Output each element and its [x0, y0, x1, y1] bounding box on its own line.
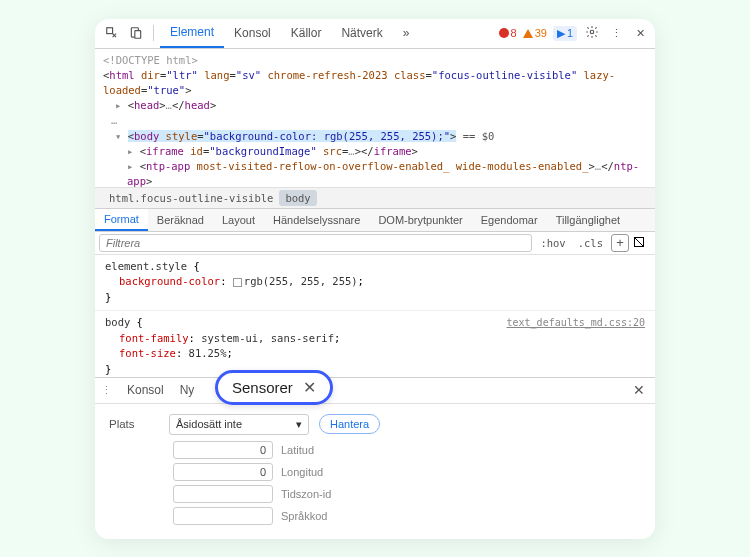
- locale-input[interactable]: [173, 507, 273, 525]
- doctype: <!DOCTYPE html>: [103, 53, 647, 68]
- crumb-html[interactable]: html.focus-outline-visible: [103, 190, 279, 206]
- error-count: 8: [511, 27, 517, 39]
- locale-label: Språkkod: [281, 510, 327, 522]
- warning-badge[interactable]: 39: [523, 27, 547, 39]
- location-label: Plats: [109, 418, 159, 430]
- warning-count: 39: [535, 27, 547, 39]
- info-count: 1: [567, 27, 573, 39]
- info-badge[interactable]: ▶ 1: [553, 26, 577, 41]
- sensors-panel: Plats Åsidosätt inte ▾ Hantera Latitud L…: [95, 404, 655, 539]
- timezone-label: Tidszon-id: [281, 488, 331, 500]
- sensors-callout: Sensorer ✕: [215, 370, 333, 405]
- html-node[interactable]: <html dir="ltr" lang="sv" chrome-refresh…: [103, 68, 647, 98]
- tab-network[interactable]: Nätverk: [331, 19, 392, 48]
- svg-rect-0: [107, 28, 113, 34]
- drawer-tabs: ⋮ Konsol Ny Sensorer ✕ ✕: [95, 378, 655, 404]
- device-toggle-icon[interactable]: [125, 22, 147, 44]
- filter-input[interactable]: [99, 234, 532, 252]
- subtab-a11y[interactable]: Tillgänglighet: [547, 209, 629, 231]
- svg-point-3: [590, 30, 594, 34]
- cls-toggle[interactable]: .cls: [574, 236, 607, 250]
- close-devtools-icon[interactable]: ✕: [631, 27, 649, 40]
- crumb-body[interactable]: body: [279, 190, 316, 206]
- tab-elements[interactable]: Element: [160, 19, 224, 48]
- longitude-input[interactable]: [173, 463, 273, 481]
- subtab-listeners[interactable]: Händelselyssnare: [264, 209, 369, 231]
- rule-body-defaults[interactable]: text_defaults_md.css:20 body { font-fami…: [95, 311, 655, 377]
- callout-close-icon[interactable]: ✕: [303, 378, 316, 397]
- tab-console[interactable]: Konsol: [224, 19, 281, 48]
- timezone-input[interactable]: [173, 485, 273, 503]
- subtab-properties[interactable]: Egendomar: [472, 209, 547, 231]
- callout-label: Sensorer: [232, 379, 293, 396]
- drawer-tab-new[interactable]: Ny: [172, 383, 203, 397]
- subtab-layout[interactable]: Layout: [213, 209, 264, 231]
- tab-sources[interactable]: Källor: [281, 19, 332, 48]
- drawer-tab-console[interactable]: Konsol: [119, 383, 172, 397]
- drawer-handle-icon[interactable]: ⋮: [101, 384, 113, 397]
- latitude-input[interactable]: [173, 441, 273, 459]
- src-link-text-defaults[interactable]: text_defaults_md.css:20: [507, 317, 645, 328]
- styles-pane: element.style { background-color: rgb(25…: [95, 255, 655, 377]
- chevron-down-icon: ▾: [296, 418, 302, 431]
- toolbar-right: 8 39 ▶ 1 ⋮ ✕: [499, 25, 650, 41]
- hov-toggle[interactable]: :hov: [536, 236, 569, 250]
- contrast-icon[interactable]: [633, 236, 651, 250]
- manage-button[interactable]: Hantera: [319, 414, 380, 434]
- new-style-button[interactable]: +: [611, 234, 629, 252]
- latitude-label: Latitud: [281, 444, 314, 456]
- styles-filter-row: :hov .cls +: [95, 232, 655, 255]
- subtab-dombreak[interactable]: DOM-brytpunkter: [369, 209, 471, 231]
- drawer-close-icon[interactable]: ✕: [629, 382, 649, 398]
- location-select[interactable]: Åsidosätt inte ▾: [169, 414, 309, 435]
- main-toolbar: Element Konsol Källor Nätverk » 8 39 ▶ 1…: [95, 19, 655, 49]
- rule-element-style[interactable]: element.style { background-color: rgb(25…: [95, 255, 655, 311]
- svg-rect-2: [135, 31, 141, 39]
- breadcrumb: html.focus-outline-visible body: [95, 187, 655, 208]
- drawer: ⋮ Konsol Ny Sensorer ✕ ✕ Plats Åsidosätt…: [95, 377, 655, 539]
- inspect-icon[interactable]: [101, 22, 123, 44]
- body-node[interactable]: <body style="background-color: rgb(255, …: [103, 129, 647, 144]
- iframe-node[interactable]: <iframe id="backgroundImage" src=…></ifr…: [103, 144, 647, 159]
- devtools-window: Element Konsol Källor Nätverk » 8 39 ▶ 1…: [95, 19, 655, 539]
- head-node[interactable]: <head>…</head>: [103, 98, 647, 113]
- error-badge[interactable]: 8: [499, 27, 517, 39]
- settings-icon[interactable]: [583, 25, 601, 41]
- location-select-value: Åsidosätt inte: [176, 418, 242, 430]
- tabs-overflow[interactable]: »: [393, 19, 420, 48]
- styles-subtabs: Format Beräknad Layout Händelselyssnare …: [95, 208, 655, 232]
- toolbar-separator: [153, 25, 154, 41]
- subtab-computed[interactable]: Beräknad: [148, 209, 213, 231]
- more-icon[interactable]: ⋮: [607, 27, 625, 40]
- longitude-label: Longitud: [281, 466, 323, 478]
- dom-tree[interactable]: <!DOCTYPE html> <html dir="ltr" lang="sv…: [95, 49, 655, 187]
- ntpapp-node[interactable]: <ntp-app most-visited-reflow-on-overflow…: [103, 159, 647, 186]
- main-tabs: Element Konsol Källor Nätverk »: [160, 19, 419, 48]
- dots-node: …: [103, 113, 647, 128]
- subtab-format[interactable]: Format: [95, 209, 148, 231]
